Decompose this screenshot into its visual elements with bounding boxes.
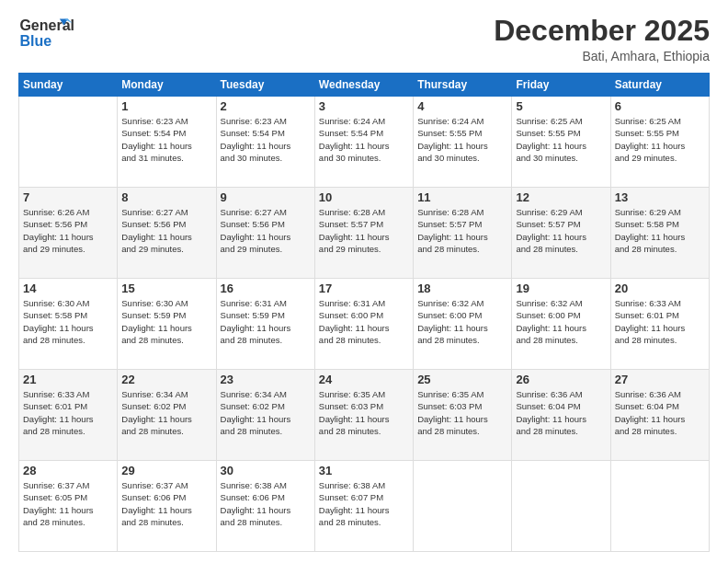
cell-w1-d2: 1Sunrise: 6:23 AMSunset: 5:54 PMDaylight… [118,97,216,188]
col-wednesday: Wednesday [314,74,413,97]
week-row-3: 14Sunrise: 6:30 AMSunset: 5:58 PMDayligh… [19,279,710,370]
day-info-12: Sunrise: 6:29 AMSunset: 5:57 PMDaylight:… [516,206,606,255]
day-number-8: 8 [121,190,211,204]
week-row-4: 21Sunrise: 6:33 AMSunset: 6:01 PMDayligh… [19,370,710,461]
day-number-20: 20 [615,282,705,295]
cell-w5-d4: 31Sunrise: 6:38 AMSunset: 6:07 PMDayligh… [314,461,413,552]
day-info-5: Sunrise: 6:25 AMSunset: 5:55 PMDaylight:… [516,115,606,164]
cell-w2-d1: 7Sunrise: 6:26 AMSunset: 5:56 PMDaylight… [19,188,118,279]
day-info-2: Sunrise: 6:23 AMSunset: 5:54 PMDaylight:… [221,115,311,164]
col-thursday: Thursday [414,74,512,97]
cell-w4-d1: 21Sunrise: 6:33 AMSunset: 6:01 PMDayligh… [19,370,118,461]
cell-w1-d1 [19,97,118,188]
col-sunday: Sunday [19,74,118,97]
cell-w1-d7: 6Sunrise: 6:25 AMSunset: 5:55 PMDaylight… [610,97,709,188]
day-number-28: 28 [23,464,113,477]
day-info-25: Sunrise: 6:35 AMSunset: 6:03 PMDaylight:… [417,388,507,437]
day-info-11: Sunrise: 6:28 AMSunset: 5:57 PMDaylight:… [417,206,507,255]
col-tuesday: Tuesday [216,74,314,97]
col-saturday: Saturday [610,74,709,97]
day-info-22: Sunrise: 6:34 AMSunset: 6:02 PMDaylight:… [121,388,211,437]
cell-w2-d5: 11Sunrise: 6:28 AMSunset: 5:57 PMDayligh… [414,188,512,279]
logo: GeneralBlue [18,15,74,52]
day-number-10: 10 [319,190,409,204]
day-info-14: Sunrise: 6:30 AMSunset: 5:58 PMDaylight:… [23,297,113,346]
day-number-4: 4 [417,99,507,113]
col-friday: Friday [512,74,610,97]
location-subtitle: Bati, Amhara, Ethiopia [494,49,710,63]
day-number-3: 3 [319,99,409,113]
page: GeneralBlue December 2025 Bati, Amhara, … [0,0,728,563]
day-number-9: 9 [221,190,311,204]
day-number-7: 7 [23,190,113,204]
week-row-2: 7Sunrise: 6:26 AMSunset: 5:56 PMDaylight… [19,188,710,279]
day-info-9: Sunrise: 6:27 AMSunset: 5:56 PMDaylight:… [221,206,311,255]
day-info-24: Sunrise: 6:35 AMSunset: 6:03 PMDaylight:… [319,388,409,437]
cell-w1-d4: 3Sunrise: 6:24 AMSunset: 5:54 PMDaylight… [314,97,413,188]
week-row-1: 1Sunrise: 6:23 AMSunset: 5:54 PMDaylight… [19,97,710,188]
cell-w5-d2: 29Sunrise: 6:37 AMSunset: 6:06 PMDayligh… [118,461,216,552]
day-number-24: 24 [319,373,409,386]
cell-w3-d7: 20Sunrise: 6:33 AMSunset: 6:01 PMDayligh… [610,279,709,370]
cell-w4-d6: 26Sunrise: 6:36 AMSunset: 6:04 PMDayligh… [512,370,610,461]
day-info-18: Sunrise: 6:32 AMSunset: 6:00 PMDaylight:… [417,297,507,346]
day-info-26: Sunrise: 6:36 AMSunset: 6:04 PMDaylight:… [516,388,606,437]
day-info-3: Sunrise: 6:24 AMSunset: 5:54 PMDaylight:… [319,115,409,164]
cell-w4-d5: 25Sunrise: 6:35 AMSunset: 6:03 PMDayligh… [414,370,512,461]
day-number-23: 23 [221,373,311,386]
cell-w3-d6: 19Sunrise: 6:32 AMSunset: 6:00 PMDayligh… [512,279,610,370]
cell-w2-d7: 13Sunrise: 6:29 AMSunset: 5:58 PMDayligh… [610,188,709,279]
day-number-31: 31 [319,464,409,477]
cell-w5-d5 [414,461,512,552]
day-number-1: 1 [121,99,211,113]
cell-w4-d4: 24Sunrise: 6:35 AMSunset: 6:03 PMDayligh… [314,370,413,461]
week-row-5: 28Sunrise: 6:37 AMSunset: 6:05 PMDayligh… [19,461,710,552]
day-number-29: 29 [121,464,211,477]
day-info-19: Sunrise: 6:32 AMSunset: 6:00 PMDaylight:… [516,297,606,346]
cell-w1-d5: 4Sunrise: 6:24 AMSunset: 5:55 PMDaylight… [414,97,512,188]
day-info-31: Sunrise: 6:38 AMSunset: 6:07 PMDaylight:… [319,479,409,528]
col-monday: Monday [118,74,216,97]
svg-text:Blue: Blue [19,33,51,49]
cell-w4-d2: 22Sunrise: 6:34 AMSunset: 6:02 PMDayligh… [118,370,216,461]
header: GeneralBlue December 2025 Bati, Amhara, … [18,15,710,63]
day-number-27: 27 [615,373,705,386]
day-number-19: 19 [516,282,606,295]
day-number-21: 21 [23,373,113,386]
cell-w5-d7 [610,461,709,552]
day-info-7: Sunrise: 6:26 AMSunset: 5:56 PMDaylight:… [23,206,113,255]
day-number-13: 13 [615,190,705,204]
day-info-20: Sunrise: 6:33 AMSunset: 6:01 PMDaylight:… [615,297,705,346]
cell-w5-d6 [512,461,610,552]
day-number-16: 16 [221,282,311,295]
day-number-6: 6 [615,99,705,113]
day-number-25: 25 [417,373,507,386]
cell-w1-d6: 5Sunrise: 6:25 AMSunset: 5:55 PMDaylight… [512,97,610,188]
day-info-6: Sunrise: 6:25 AMSunset: 5:55 PMDaylight:… [615,115,705,164]
day-info-15: Sunrise: 6:30 AMSunset: 5:59 PMDaylight:… [121,297,211,346]
day-info-13: Sunrise: 6:29 AMSunset: 5:58 PMDaylight:… [615,206,705,255]
cell-w5-d3: 30Sunrise: 6:38 AMSunset: 6:06 PMDayligh… [216,461,314,552]
day-info-17: Sunrise: 6:31 AMSunset: 6:00 PMDaylight:… [319,297,409,346]
day-info-29: Sunrise: 6:37 AMSunset: 6:06 PMDaylight:… [121,479,211,528]
day-number-12: 12 [516,190,606,204]
cell-w2-d3: 9Sunrise: 6:27 AMSunset: 5:56 PMDaylight… [216,188,314,279]
cell-w5-d1: 28Sunrise: 6:37 AMSunset: 6:05 PMDayligh… [19,461,118,552]
day-info-30: Sunrise: 6:38 AMSunset: 6:06 PMDaylight:… [221,479,311,528]
day-number-15: 15 [121,282,211,295]
day-info-28: Sunrise: 6:37 AMSunset: 6:05 PMDaylight:… [23,479,113,528]
title-block: December 2025 Bati, Amhara, Ethiopia [494,15,710,63]
day-number-30: 30 [221,464,311,477]
day-number-5: 5 [516,99,606,113]
day-info-8: Sunrise: 6:27 AMSunset: 5:56 PMDaylight:… [121,206,211,255]
day-info-23: Sunrise: 6:34 AMSunset: 6:02 PMDaylight:… [221,388,311,437]
cell-w3-d3: 16Sunrise: 6:31 AMSunset: 5:59 PMDayligh… [216,279,314,370]
day-number-14: 14 [23,282,113,295]
day-info-10: Sunrise: 6:28 AMSunset: 5:57 PMDaylight:… [319,206,409,255]
cell-w1-d3: 2Sunrise: 6:23 AMSunset: 5:54 PMDaylight… [216,97,314,188]
day-number-18: 18 [417,282,507,295]
cell-w3-d2: 15Sunrise: 6:30 AMSunset: 5:59 PMDayligh… [118,279,216,370]
day-info-1: Sunrise: 6:23 AMSunset: 5:54 PMDaylight:… [121,115,211,164]
day-number-26: 26 [516,373,606,386]
cell-w2-d6: 12Sunrise: 6:29 AMSunset: 5:57 PMDayligh… [512,188,610,279]
